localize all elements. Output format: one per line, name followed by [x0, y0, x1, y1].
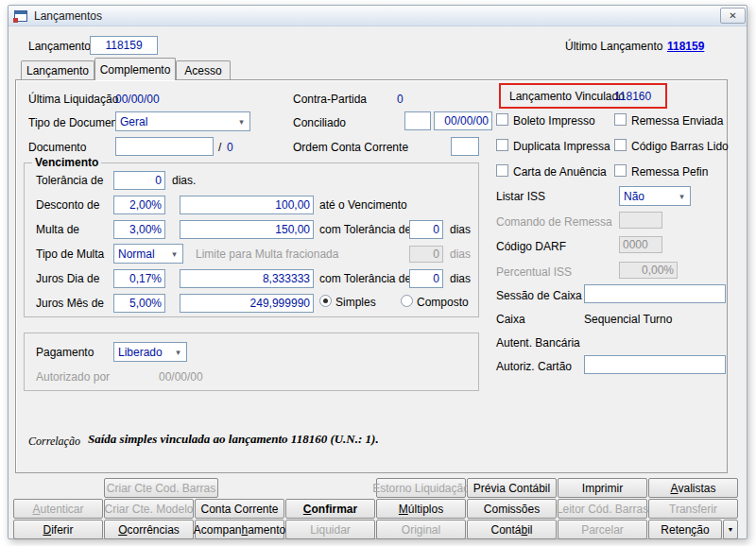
multa-tolerancia-input[interactable]	[409, 220, 443, 239]
autoriz-cartao-label: Autoriz. Cartão	[496, 360, 572, 373]
limite-dias-label: dias	[450, 247, 471, 261]
caixa-value: Sequencial Turno	[584, 313, 672, 326]
limite-multa-label: Limite para Multa fracionada	[196, 247, 338, 261]
juros-dia-tolerancia-label: com Tolerância de	[319, 272, 411, 285]
composto-radio-label: Composto	[417, 296, 469, 309]
screen: Lançamentos ✕ Lançamento Último Lançamen…	[0, 0, 756, 546]
remessa-pefin-label: Remessa Pefin	[631, 165, 708, 179]
tab-lancamento[interactable]: Lançamento	[21, 60, 94, 79]
tab-acesso[interactable]: Acesso	[176, 60, 231, 79]
remessa-enviada-label: Remessa Enviada	[631, 114, 723, 128]
carta-anuencia-label: Carta de Anuência	[513, 165, 607, 179]
criar-cte-cod-barras-button: Criar Cte Cod. Barras	[104, 478, 218, 498]
titlebar: Lançamentos	[9, 6, 747, 26]
desconto-valor-input[interactable]	[180, 196, 314, 214]
caixa-label: Caixa	[496, 313, 525, 326]
multa-dias-label: dias	[450, 223, 471, 236]
listar-iss-select[interactable]: Não ▾	[619, 186, 691, 206]
juros-mes-valor-input[interactable]	[180, 294, 314, 313]
juros-dia-label: Juros Dia de	[36, 272, 99, 285]
window-title: Lançamentos	[34, 9, 102, 23]
carta-anuencia-checkbox[interactable]	[496, 164, 508, 177]
codigo-darf-field	[619, 236, 662, 253]
juros-mes-pct-input[interactable]	[113, 294, 165, 313]
ordem-conta-corrente-input[interactable]	[451, 137, 479, 156]
avalistas-button[interactable]: Avalistas	[648, 478, 738, 498]
juros-dia-pct-input[interactable]	[113, 269, 165, 288]
diferir-button[interactable]: Diferir	[13, 520, 103, 539]
autenticar-button: Autenticar	[13, 499, 103, 519]
previa-contabil-button[interactable]: Prévia Contábil	[467, 478, 557, 498]
multa-tolerancia-label: com Tolerância de	[319, 223, 411, 236]
close-icon: ✕	[729, 10, 736, 21]
chevron-down-icon: ▾	[674, 187, 690, 205]
conta-corrente-button[interactable]: Conta Corrente	[195, 499, 284, 519]
tolerancia-input[interactable]	[113, 171, 165, 190]
contabil-button[interactable]: Contábil	[467, 520, 557, 539]
window-icon	[14, 10, 27, 22]
tolerancia-suffix: dias.	[172, 174, 196, 187]
lancamento-label: Lançamento	[28, 40, 91, 53]
pagamento-select[interactable]: Liberado ▾	[113, 342, 187, 362]
ordem-conta-corrente-label: Ordem Conta Corrente	[293, 141, 408, 154]
listar-iss-value: Não	[620, 190, 674, 203]
tipo-multa-select[interactable]: Normal ▾	[113, 244, 183, 264]
juros-mes-label: Juros Mês de	[36, 297, 104, 310]
ocorrencias-button[interactable]: Ocorrências	[104, 520, 194, 539]
autorizado-por-label: Autorizado por	[36, 370, 110, 384]
remessa-enviada-checkbox[interactable]	[614, 113, 627, 126]
tipo-documento-label: Tipo de Documento	[28, 116, 127, 129]
codigo-barras-lido-checkbox[interactable]	[614, 139, 627, 151]
dropdown-arrow-icon: ▼	[728, 526, 734, 533]
retencao-button[interactable]: Retenção	[648, 520, 722, 539]
composto-radio[interactable]	[401, 295, 413, 307]
multa-valor-input[interactable]	[180, 220, 314, 239]
imprimir-button[interactable]: Imprimir	[558, 478, 647, 498]
conciliado-flag-input[interactable]	[404, 111, 431, 130]
documento-label: Documento	[28, 141, 86, 154]
close-button[interactable]: ✕	[720, 8, 746, 24]
duplicata-impressa-label: Duplicata Impressa	[513, 140, 610, 153]
tipo-documento-select[interactable]: Geral ▾	[115, 111, 250, 131]
comando-remessa-label: Comando de Remessa	[496, 215, 612, 229]
documento-input[interactable]	[115, 137, 214, 156]
sessao-caixa-input[interactable]	[584, 284, 726, 303]
autoriz-cartao-input[interactable]	[584, 355, 726, 374]
tab-complemento[interactable]: Complemento	[94, 58, 176, 80]
boleto-impresso-checkbox[interactable]	[496, 113, 508, 126]
vencimento-group-title: Vencimento	[32, 156, 101, 169]
boleto-impresso-label: Boleto Impresso	[513, 114, 595, 128]
parcelar-button: Parcelar	[558, 520, 647, 539]
acompanhamento-button[interactable]: Acompanhamento	[195, 520, 284, 539]
duplicata-impressa-checkbox[interactable]	[496, 139, 508, 151]
remessa-pefin-checkbox[interactable]	[614, 164, 627, 177]
conciliado-date-input[interactable]	[434, 111, 492, 130]
ultimo-lancamento-link[interactable]: 118159	[667, 40, 704, 53]
autent-bancaria-label: Autent. Bancária	[496, 336, 580, 350]
desconto-pct-input[interactable]	[113, 196, 165, 214]
confirmar-button[interactable]: Confirmar	[285, 499, 375, 519]
comissoes-button[interactable]: Comissões	[467, 499, 557, 519]
liquidar-button: Liquidar	[285, 520, 375, 539]
ultimo-lancamento-label: Último Lançamento	[565, 40, 662, 53]
multiplos-button[interactable]: Múltiplos	[376, 499, 466, 519]
conciliado-label: Conciliado	[293, 116, 346, 129]
juros-dia-dias-label: dias	[450, 272, 471, 285]
juros-dia-valor-input[interactable]	[180, 269, 314, 288]
percentual-iss-field	[619, 262, 678, 279]
documento-separator: /	[218, 141, 221, 154]
simples-radio[interactable]	[319, 295, 332, 307]
juros-dia-tolerancia-input[interactable]	[409, 269, 443, 288]
pagamento-value: Liberado	[114, 346, 170, 359]
contra-partida-label: Contra-Partida	[293, 93, 367, 106]
retencao-dropdown-button[interactable]: ▼	[723, 520, 738, 539]
desconto-label: Desconto de	[36, 198, 99, 212]
criar-cte-modelo-button: Criar Cte. Modelo	[104, 499, 194, 519]
sessao-caixa-label: Sessão de Caixa	[496, 289, 582, 302]
multa-label: Multa de	[36, 223, 79, 236]
tipo-multa-value: Normal	[114, 247, 166, 261]
multa-pct-input[interactable]	[113, 220, 165, 239]
lancamento-number-input[interactable]	[90, 36, 158, 55]
chevron-down-icon: ▾	[170, 343, 186, 361]
chevron-down-icon: ▾	[233, 112, 249, 130]
